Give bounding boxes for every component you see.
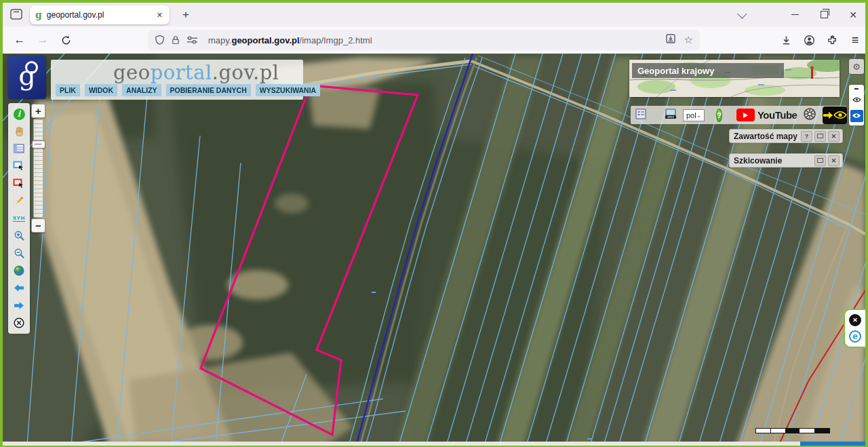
panel-help-button[interactable]: ? [801,131,812,142]
xyh-coordinates-button[interactable]: XYH [8,211,30,226]
chevron-down-icon [737,9,747,18]
minimize-button[interactable] [779,3,810,26]
forward-icon[interactable]: → [34,31,52,49]
emapa-icon[interactable]: e [849,330,861,343]
wordmark-suffix: .gov.pl [212,61,279,84]
zoom-slider-plus-button[interactable]: + [31,104,45,118]
shield-icon[interactable] [155,35,165,45]
identify-button[interactable]: i [8,106,30,121]
hand-icon [14,125,25,137]
menu-icon[interactable]: ≡ [846,31,864,49]
visibility-active-button[interactable] [850,110,863,122]
pencil-icon [14,195,24,206]
arrow-left-icon [14,284,24,292]
previous-view-button[interactable] [8,281,30,296]
url-bar[interactable]: mapy.geoportal.gov.pl/imap/Imgp_2.html ☆ [148,30,700,50]
settings-gear-button[interactable]: ⚙ [849,59,864,74]
contrast-toggle-button[interactable] [823,106,847,124]
collapse-dash-icon[interactable] [854,88,859,90]
scale-segment [800,429,814,433]
wms-button[interactable]: wms [665,109,677,122]
deselect-rectangle-icon [13,178,25,189]
edge-slideout-tab[interactable]: ✕ e [844,309,865,348]
account-icon[interactable] [800,31,818,49]
legend-button[interactable] [635,109,646,122]
menu-item-wyszukiwania[interactable]: WYSZUKIWANIA [256,84,320,96]
edge-close-icon[interactable]: ✕ [849,314,861,326]
panel-maximize-button[interactable] [814,155,826,166]
browser-tab[interactable]: g geoportal.gov.pl ✕ [30,5,170,24]
menu-item-plik[interactable]: PLIK [56,84,80,96]
extensions-glyph [827,35,837,45]
extensions-icon[interactable] [823,31,841,49]
permissions-icon[interactable] [186,35,198,45]
select-button[interactable] [8,159,30,174]
legend-icon [635,109,646,119]
window-close-button[interactable]: ✕ [837,3,865,26]
menu-item-widok[interactable]: WIDOK [85,84,117,96]
reload-icon[interactable] [57,31,75,49]
lock-icon[interactable] [171,35,180,45]
save-page-icon[interactable] [665,33,676,47]
youtube-button[interactable]: YouTube [736,109,797,121]
eye-icon[interactable] [852,97,861,102]
attribute-table-button[interactable] [8,141,30,156]
menu-item-pobieranie-danych[interactable]: POBIERANIE DANYCH [166,84,251,96]
full-extent-button[interactable] [8,263,30,278]
xyh-icon: XYH [13,215,25,222]
zoom-slider-minus-button[interactable]: − [31,218,45,233]
zoom-slider-track[interactable] [33,119,43,218]
help-button[interactable]: ? [716,109,722,122]
select-chevron-icon: ⌄ [696,112,702,119]
bottom-blue-segment [800,442,865,446]
contrast-arrow-icon [823,111,833,119]
bookmark-star-icon[interactable]: ☆ [684,34,693,46]
logo-globe-dot [25,61,38,74]
overview-map[interactable]: Geoportal krajowy [629,60,840,97]
panel-title: Szkicowanie [734,156,812,166]
language-select[interactable]: pol ⌄ [683,109,705,121]
zoom-slider-handle[interactable] [32,140,45,149]
restore-icon [821,11,828,18]
url-text[interactable]: mapy.geoportal.gov.pl/imap/Imgp_2.html [208,35,665,45]
tab-list-icon[interactable] [8,7,24,22]
close-tools-button[interactable] [8,315,30,330]
deselect-button[interactable] [8,176,30,191]
new-tab-button[interactable]: + [178,7,194,23]
geoportal-logo-icon[interactable]: g [8,56,46,99]
maximize-icon [817,158,823,163]
zoom-in-button[interactable] [8,229,30,244]
youtube-label: YouTube [757,109,797,121]
draw-button[interactable] [8,193,30,208]
panel-szkicowanie[interactable]: Szkicowanie ✕ [729,153,843,168]
scale-segment [785,429,800,433]
info-icon: i [14,109,25,120]
zoom-slider: + − [31,104,46,233]
pan-button[interactable] [8,124,30,139]
overview-title: Geoportal krajowy [632,63,784,78]
back-icon[interactable]: ← [11,31,28,49]
circle-close-icon [14,317,24,328]
panel-maximize-button[interactable] [814,131,826,142]
panel-close-button[interactable]: ✕ [828,155,840,166]
next-view-button[interactable] [8,298,30,313]
wheel-button[interactable] [803,107,816,123]
scale-segment [814,429,829,433]
scale-segment [756,429,770,433]
tabs-dropdown-icon[interactable] [726,3,757,26]
select-rectangle-icon [13,161,25,171]
site-wordmark: geoportal.gov.pl [113,61,279,84]
menu-item-analizy[interactable]: ANALIZY [122,84,161,96]
layer-visibility-panel [849,85,864,125]
right-icon-row: wms pol ⌄ ? YouTube [631,106,846,124]
panel-zawartosc-mapy[interactable]: Zawartość mapy ? ✕ [729,129,843,143]
zoom-out-button[interactable] [8,246,30,260]
downloads-icon[interactable] [777,31,795,49]
map-canvas[interactable]: g geoportal.gov.pl PLIK WIDOK ANALIZY PO… [3,54,865,446]
shield-glyph [155,35,165,45]
tab-close-icon[interactable]: ✕ [155,9,164,21]
save-glyph [665,33,676,44]
screenshot-frame: g geoportal.gov.pl ✕ + ✕ ← → mapy.geopor… [0,0,868,447]
restore-button[interactable] [808,3,840,26]
panel-close-button[interactable]: ✕ [828,131,840,142]
